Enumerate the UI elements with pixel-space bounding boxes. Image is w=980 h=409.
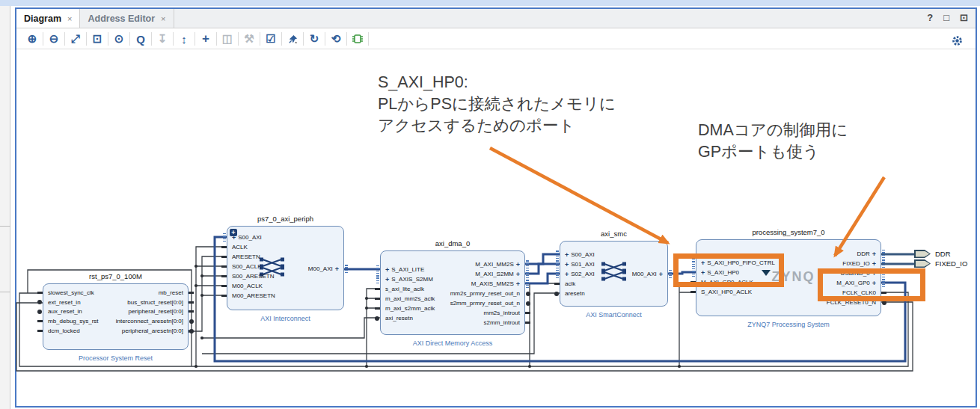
port-s2mm_introut[interactable]: s2mm_introut	[380, 318, 525, 327]
interface-bundle-icon	[223, 233, 226, 242]
window-controls: ? □ ⊡	[927, 12, 968, 23]
block-rst-ps7-0-100m[interactable]: rst_ps7_0_100M slowest_sync_clkext_reset…	[43, 283, 189, 350]
interface-bundle-icon	[882, 250, 885, 258]
pin-stub-icon	[525, 322, 530, 324]
port-mm2s_introut[interactable]: mm2s_introut	[380, 308, 525, 318]
port-M00_ACLK[interactable]: M00_ACLK	[227, 281, 344, 291]
port-interconnect_aresetn[0:0][interactable]: interconnect_aresetn[0:0]	[43, 316, 189, 326]
block-ps7-0-axi-periph[interactable]: ps7_0_axi_periph + +S00_AXIACLKARESETNS0…	[227, 226, 344, 310]
pin-stub-icon	[37, 310, 42, 314]
interface-bundle-icon	[556, 250, 559, 259]
zoom-to-selection-icon[interactable]: ⊡	[88, 31, 107, 47]
interface-bundle-icon	[526, 280, 529, 288]
expand-hierarchy-icon[interactable]: ↕	[174, 31, 194, 47]
port-ACLK[interactable]: ACLK	[227, 242, 344, 252]
customize-block-icon[interactable]: ⚒	[239, 31, 259, 47]
block-axi-smc[interactable]: axi_smc +S00_AXI+S01_AXI+S02_AXIaclkares…	[560, 241, 668, 307]
regenerate-layout-icon[interactable]: ↻	[304, 31, 324, 47]
port-peripheral_reset[0:0][interactable]: peripheral_reset[0:0]	[43, 307, 189, 317]
port-S01_AXI[interactable]: +S01_AXI	[560, 259, 668, 269]
pin-stub-icon	[189, 292, 194, 294]
find-icon[interactable]: Q	[131, 31, 150, 47]
pin-stub-icon	[554, 292, 559, 296]
port-peripheral_aresetn[0:0][interactable]: peripheral_aresetn[0:0]	[43, 326, 189, 336]
block-type-label: AXI Interconnect	[204, 315, 367, 322]
port-mm2s_prmry_reset_out_n[interactable]: mm2s_prmry_reset_out_n	[380, 289, 525, 298]
tab-diagram[interactable]: Diagram ×	[16, 9, 80, 28]
vivado-window: Diagram × Address Editor × ? □ ⊡ ⊕ ⊖ ⤢ ⊡…	[0, 0, 980, 409]
external-port-ddr[interactable]: DDR	[914, 250, 951, 258]
tab-label: Diagram	[24, 13, 61, 24]
interface-plus-icon: +	[516, 280, 520, 288]
add-ip-icon[interactable]: +	[196, 31, 215, 47]
close-icon[interactable]: ×	[161, 14, 165, 23]
interface-plus-icon: +	[516, 271, 520, 278]
top-strip	[0, 0, 980, 6]
interface-bundle-icon	[376, 265, 379, 274]
pin-stub-icon	[221, 285, 227, 287]
port-mb_reset[interactable]: mb_reset	[43, 288, 189, 298]
pin-stub-icon	[189, 319, 194, 324]
pin-stub-icon	[37, 292, 43, 294]
port-M00_AXI[interactable]: M00_AXI+	[227, 264, 344, 274]
close-icon[interactable]: ×	[67, 14, 72, 23]
highlight-box-s-axi-hp0	[673, 253, 784, 287]
pin-stub-icon	[37, 320, 43, 322]
external-port-icon	[914, 250, 931, 258]
validate-design-icon[interactable]: ☑	[261, 31, 281, 47]
interface-plus-icon: +	[565, 261, 569, 268]
help-icon[interactable]: ?	[927, 12, 933, 23]
pin-stub-icon	[221, 295, 227, 297]
collapsed-side-panel[interactable]	[0, 6, 10, 409]
maximize-icon[interactable]: □	[943, 12, 949, 23]
tab-label: Address Editor	[88, 13, 155, 24]
port-S00_AXI[interactable]: +S00_AXI	[227, 233, 344, 242]
port-bus_struct_reset[0:0][interactable]: bus_struct_reset[0:0]	[43, 298, 189, 307]
interface-bundle-icon	[556, 260, 559, 268]
autofit-selection-icon[interactable]: ⊙	[109, 31, 129, 47]
zoom-in-icon[interactable]: ⊕	[22, 31, 42, 47]
port-aresetn[interactable]: aresetn	[560, 289, 668, 298]
pin-stub-icon	[375, 298, 380, 300]
port-M00_AXI[interactable]: M00_AXI+	[560, 269, 668, 279]
collapse-hierarchy-icon[interactable]: ↧	[153, 31, 172, 47]
block-axi-dma-0[interactable]: axi_dma_0 +S_AXI_LITE+S_AXIS_S2MMs_axi_l…	[380, 250, 525, 335]
highlight-box-m-axi-gp0	[818, 268, 925, 301]
interface-plus-icon: +	[516, 261, 520, 268]
pin-stub-icon	[189, 329, 194, 333]
expand-block-icon[interactable]: +	[230, 229, 237, 236]
port-M_AXIS_MM2S[interactable]: M_AXIS_MM2S+	[380, 279, 525, 289]
tab-address-editor[interactable]: Address Editor ×	[80, 9, 174, 28]
pin-stub-icon	[554, 283, 560, 285]
port-S00_AXI[interactable]: +S00_AXI	[560, 250, 668, 259]
interface-connections-icon[interactable]	[348, 31, 367, 47]
zoom-fit-icon[interactable]: ⤢	[66, 31, 85, 47]
block-type-label: AXI SmartConnect	[537, 311, 690, 319]
pin-stub-icon	[189, 310, 194, 313]
port-M_AXI_S2MM[interactable]: M_AXI_S2MM+	[380, 269, 525, 279]
port-aclk[interactable]: aclk	[560, 279, 668, 289]
pin-stub-icon	[221, 256, 227, 258]
float-icon[interactable]: ⊡	[960, 12, 968, 23]
port-M_AXI_MM2S[interactable]: M_AXI_MM2S+	[380, 259, 525, 269]
pin-stub-icon	[526, 292, 530, 296]
block-title: axi_dma_0	[350, 239, 555, 247]
pin-stub-icon	[375, 307, 380, 310]
interface-bundle-icon	[882, 259, 885, 268]
pin-stub-icon	[526, 301, 530, 306]
port-ARESETN[interactable]: ARESETN	[227, 252, 344, 262]
external-port-fixed-io[interactable]: FIXED_IO	[914, 259, 967, 268]
make-external-icon[interactable]: ◫	[218, 31, 237, 47]
optimize-routing-icon[interactable]: ⟲	[326, 31, 346, 47]
interface-bundle-icon	[556, 270, 559, 278]
annotation-note-s-axi-hp0: S_AXI_HP0: PLからPSに接続されたメモリに アクセスするためのポート	[378, 72, 616, 137]
port-M00_ARESETN[interactable]: M00_ARESETN	[227, 291, 344, 301]
zoom-out-icon[interactable]: ⊖	[44, 31, 64, 47]
pin-stub-icon	[221, 265, 227, 268]
pin-stub-icon	[221, 246, 227, 248]
block-title: ps7_0_axi_periph	[197, 215, 374, 223]
pin-icon[interactable]	[283, 31, 302, 47]
interface-plus-icon: +	[872, 260, 876, 268]
settings-gear-icon[interactable]	[947, 32, 967, 49]
port-s2mm_prmry_reset_out_n[interactable]: s2mm_prmry_reset_out_n	[380, 298, 525, 308]
